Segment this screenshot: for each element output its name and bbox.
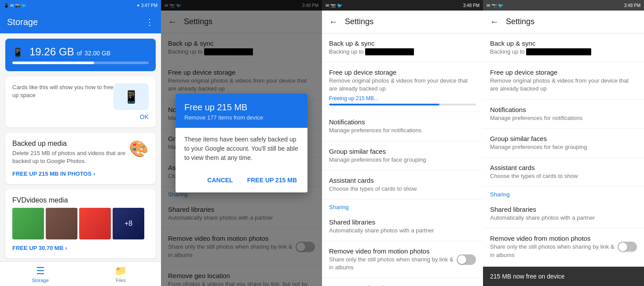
motion-text-3: Remove video from motion photos Share on… xyxy=(329,247,457,272)
thumb-count: +8 xyxy=(113,208,144,239)
fvd-arrow: › xyxy=(65,245,67,251)
settings-faces-4[interactable]: Group similar faces Manage preferences f… xyxy=(483,129,644,158)
status-left: 📱 ✉ 📷 🐦 xyxy=(4,3,26,8)
storage-nav-label: Storage xyxy=(32,278,49,283)
motion-desc-3: Share only the still photos when sharing… xyxy=(329,256,457,272)
status-right-4: 3:48 PM xyxy=(624,3,640,8)
cards-tip-text: Cards like this will show you how to fre… xyxy=(12,83,113,99)
fvd-card: FVDvideos media +8 FREE UP 30.70 MB › xyxy=(5,189,156,258)
motion-title-3: Remove video from motion photos xyxy=(329,247,457,255)
back-button-4[interactable]: ← xyxy=(490,17,499,27)
assistant-desc-3: Choose the types of cards to show xyxy=(329,185,476,193)
settings-free-up-4[interactable]: Free up device storage Remove original p… xyxy=(483,62,644,99)
backup-desc-4: Backing up to ████████████████ xyxy=(490,48,637,56)
motion-text-4: Remove video from motion photos Share on… xyxy=(490,235,618,259)
dialog-body-text: These items have been safely backed up t… xyxy=(184,135,299,163)
notif-title-3: Notifications xyxy=(329,118,476,126)
faces-desc-4: Manage preferences for face grouping xyxy=(490,143,637,151)
settings-motion-4[interactable]: Remove video from motion photos Share on… xyxy=(483,228,644,265)
notification-icons: 📱 ✉ 📷 🐦 xyxy=(4,3,26,8)
cards-tip-image: 📱 xyxy=(113,83,149,110)
watermark: theandroidsoul xyxy=(603,249,640,255)
faces-title-4: Group similar faces xyxy=(490,135,637,142)
settings-assistant-3[interactable]: Assistant cards Choose the types of card… xyxy=(322,170,483,199)
icons-3: ✉ 📷 🐦 xyxy=(326,3,342,8)
status-bar-1: 📱 ✉ 📷 🐦 ✦ 3:47 PM xyxy=(0,0,161,11)
thumb-2 xyxy=(46,208,77,239)
settings-free-up-3[interactable]: Free up device storage Remove original p… xyxy=(322,62,483,112)
motion-desc-4: Share only the still photos when sharing… xyxy=(490,243,618,259)
files-nav-label: Files xyxy=(116,278,126,283)
notif-desc-3: Manage preferences for notifications xyxy=(329,127,476,134)
shared-libs-desc-4: Automatically share photos with a partne… xyxy=(490,214,637,222)
backed-up-desc: Delete 215 MB of photos and videos that … xyxy=(12,149,129,165)
settings-backup-3[interactable]: Back up & sync Backing up to ███████████… xyxy=(322,33,483,62)
status-left-3: ✉ 📷 🐦 xyxy=(326,3,342,8)
bluetooth-icon: ✦ xyxy=(136,3,140,8)
free-up-title-3: Free up device storage xyxy=(329,69,476,76)
settings-backup-4[interactable]: Back up & sync Backing up to ███████████… xyxy=(483,33,644,62)
status-bar-3: ✉ 📷 🐦 3:48 PM xyxy=(322,0,483,11)
google-photos-logo: 🎨 xyxy=(129,140,149,158)
storage-total: 32.00 GB xyxy=(84,50,110,57)
storage-used: 19.26 GB xyxy=(29,46,74,58)
phone-icon: 📱 xyxy=(12,47,23,58)
nav-storage[interactable]: ☰ Storage xyxy=(0,262,80,286)
toolbar-3: ← Settings xyxy=(322,11,483,33)
storage-of: of xyxy=(77,50,82,57)
settings-shared-libs-3[interactable]: Shared libraries Automatically share pho… xyxy=(322,212,483,241)
settings-geo-3[interactable]: Remove geo location xyxy=(322,278,483,286)
backup-title-4: Back up & sync xyxy=(490,40,637,47)
settings-panel-2: ✉ 📷 🐦 3:48 PM ← Settings Back up & sync … xyxy=(161,0,322,286)
ok-button[interactable]: OK xyxy=(12,113,149,120)
free-up-desc-4: Remove original photos & videos from you… xyxy=(490,77,637,93)
settings-notifications-4[interactable]: Notifications Manage preferences for not… xyxy=(483,100,644,129)
fvd-title: FVDvideos media xyxy=(12,196,149,204)
storage-size-card: 📱 19.26 GB of 32.00 GB xyxy=(5,39,156,71)
menu-icon-1[interactable]: ⋮ xyxy=(145,17,154,27)
files-nav-icon: 📁 xyxy=(115,265,127,277)
motion-toggle-3[interactable] xyxy=(457,254,476,265)
faces-desc-3: Manage preferences for face grouping xyxy=(329,156,476,164)
cards-tip-desc: Cards like this will show you how to fre… xyxy=(12,83,113,99)
settings-panel-4: ✉ 📷 🐦 3:48 PM ← Settings Back up & sync … xyxy=(483,0,644,286)
free-up-desc-3: Remove original photos & videos from you… xyxy=(329,77,476,93)
dialog-overlay: Free up 215 MB Remove 177 items from dev… xyxy=(161,0,322,286)
settings-notifications-3[interactable]: Notifications Manage preferences for not… xyxy=(322,112,483,141)
assistant-title-3: Assistant cards xyxy=(329,177,476,184)
shared-libs-title-3: Shared libraries xyxy=(329,218,476,226)
cancel-button[interactable]: CANCEL xyxy=(202,173,238,187)
motion-row-4: Remove video from motion photos Share on… xyxy=(490,235,637,259)
toolbar-title-4: Settings xyxy=(506,17,637,26)
back-button-3[interactable]: ← xyxy=(329,17,338,27)
freeing-progress-fill xyxy=(329,104,439,105)
toolbar-title-1: Storage xyxy=(7,17,145,27)
media-grid: +8 xyxy=(12,208,149,239)
settings-faces-3[interactable]: Group similar faces Manage preferences f… xyxy=(322,141,483,170)
status-right-3: 3:48 PM xyxy=(463,3,479,8)
freeing-label: Freeing up 215 MB... xyxy=(329,95,476,102)
nav-files[interactable]: 📁 Files xyxy=(80,262,161,286)
time-4: 3:48 PM xyxy=(624,3,640,8)
sharing-section-4: Sharing xyxy=(483,187,644,199)
time-3: 3:48 PM xyxy=(463,3,479,8)
icons-4: ✉ 📷 🐦 xyxy=(487,3,503,8)
assistant-title-4: Assistant cards xyxy=(490,164,637,171)
assistant-desc-4: Choose the types of cards to show xyxy=(490,172,637,180)
thumb-1 xyxy=(12,208,44,239)
settings-motion-3[interactable]: Remove video from motion photos Share on… xyxy=(322,241,483,278)
shared-libs-desc-3: Automatically share photos with a partne… xyxy=(329,227,476,235)
free-up-photos-link[interactable]: FREE UP 215 MB IN PHOTOS › xyxy=(12,170,149,177)
settings-shared-libs-4[interactable]: Shared libraries Automatically share pho… xyxy=(483,199,644,228)
freeing-progress-track xyxy=(329,104,476,105)
storage-panel: 📱 ✉ 📷 🐦 ✦ 3:47 PM Storage ⋮ 📱 19.26 GB o… xyxy=(0,0,161,286)
dialog-body: These items have been safely backed up t… xyxy=(176,128,307,170)
settings-assistant-4[interactable]: Assistant cards Choose the types of card… xyxy=(483,158,644,187)
free-up-confirm-button[interactable]: FREE UP 215 MB xyxy=(242,173,302,187)
storage-body: 📱 19.26 GB of 32.00 GB Cards like this w… xyxy=(0,33,161,261)
free-up-fvd-link[interactable]: FREE UP 30.70 MB › xyxy=(12,245,149,251)
geo-title-3: Remove geo location xyxy=(329,284,476,286)
sharing-section-3: Sharing xyxy=(322,199,483,212)
notif-title-4: Notifications xyxy=(490,106,637,113)
backup-desc-3: Backing up to ████████████ xyxy=(329,48,476,56)
